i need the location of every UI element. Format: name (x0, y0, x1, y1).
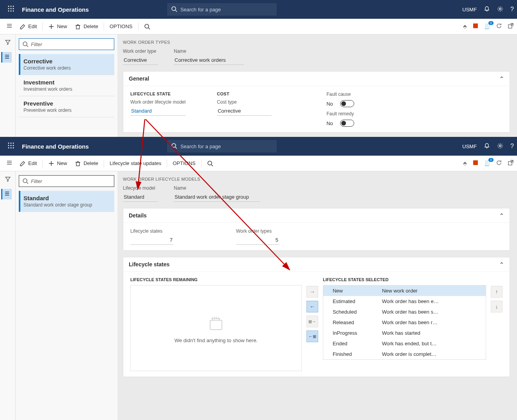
edit-button[interactable]: Edit (16, 157, 41, 170)
cost-type-value[interactable]: Corrective (217, 106, 272, 116)
state-name: InProgress (327, 330, 382, 336)
remaining-empty-panel: We didn't find anything to show here. (130, 285, 302, 371)
move-all-left-button[interactable]: ←⊞ (306, 330, 318, 342)
table-row[interactable]: ReleasedWork order has been r… (323, 317, 486, 328)
hamburger-icon[interactable] (3, 160, 16, 167)
refresh-icon[interactable] (496, 160, 502, 167)
chevron-up-icon: ⌃ (499, 261, 504, 267)
global-search-input[interactable] (180, 7, 273, 13)
svg-point-30 (8, 142, 9, 144)
fault-remedy-toggle[interactable] (340, 120, 354, 127)
table-row[interactable]: NewNew work order (323, 285, 486, 296)
waffle-icon[interactable] (3, 142, 19, 151)
state-desc: Work order has been s… (382, 309, 482, 315)
svg-point-32 (13, 142, 14, 144)
details-title: Details (129, 212, 147, 219)
fault-cause-toggle[interactable] (340, 100, 354, 107)
move-right-button[interactable]: → (306, 286, 318, 298)
list-icon[interactable] (1, 52, 12, 63)
work-order-type-value[interactable]: Corrective (123, 56, 158, 65)
name-value[interactable]: Corrective work orders (174, 56, 244, 65)
funnel-icon[interactable] (5, 39, 11, 47)
refresh-icon[interactable] (496, 23, 502, 30)
svg-rect-47 (76, 162, 79, 166)
page-search-button[interactable] (203, 157, 217, 170)
table-row[interactable]: EstimatedWork order has been e… (323, 296, 486, 307)
lifecycle-states-count-label: Lifecycle states (130, 228, 173, 234)
fault-cause-label: Fault cause (326, 92, 354, 97)
attach-icon[interactable]: ⬘ (463, 160, 467, 166)
messages-icon[interactable]: 🧾 (484, 23, 490, 29)
global-search-input[interactable] (180, 144, 273, 149)
page-search-button[interactable] (140, 20, 154, 33)
updates-label: Lifecycle state updates (110, 160, 161, 166)
svg-point-7 (11, 10, 12, 11)
svg-point-33 (8, 145, 9, 146)
move-down-button[interactable]: ↓ (491, 301, 503, 312)
messages-icon[interactable]: 🧾 (484, 160, 490, 166)
svg-point-1 (11, 5, 12, 7)
bell-icon[interactable] (484, 143, 490, 150)
delete-button[interactable]: Delete (71, 20, 102, 33)
help-icon[interactable]: ? (510, 6, 514, 13)
office-icon[interactable] (472, 160, 479, 167)
popout-icon[interactable] (508, 160, 514, 167)
svg-line-40 (175, 147, 177, 149)
chevron-up-icon: ⌃ (499, 212, 504, 219)
options-button[interactable]: OPTIONS (106, 20, 137, 33)
delete-button[interactable]: Delete (71, 157, 102, 170)
table-row[interactable]: ScheduledWork order has been s… (323, 307, 486, 317)
svg-point-34 (11, 145, 12, 146)
list-item-title: Standard (23, 195, 110, 201)
state-desc: Work has started (382, 330, 482, 336)
list-item[interactable]: PreventivePreventive work orders (19, 96, 114, 117)
list-item[interactable]: InvestmentInvestment work orders (19, 75, 114, 96)
filter-search-icon (22, 41, 29, 47)
edit-button[interactable]: Edit (16, 20, 41, 33)
lifecycle-model-label: Work order lifecycle model (130, 99, 186, 105)
options-button[interactable]: OPTIONS (169, 157, 200, 170)
legal-entity[interactable]: USMF (462, 7, 477, 13)
svg-point-28 (23, 42, 27, 46)
lifecycle-states-header[interactable]: Lifecycle states⌃ (123, 257, 510, 272)
move-all-right-button[interactable]: ⊞→ (306, 316, 318, 327)
new-button[interactable]: New (44, 157, 71, 170)
gear-icon[interactable] (497, 143, 503, 150)
list-icon[interactable] (1, 189, 12, 199)
work-order-types-count-label: Work order types (236, 228, 279, 234)
attach-icon[interactable]: ⬘ (463, 23, 467, 29)
svg-point-39 (172, 144, 176, 147)
list-item[interactable]: StandardStandard work order stage group (19, 191, 114, 212)
name-value[interactable]: Standard work order stage group (174, 192, 260, 202)
new-button[interactable]: New (44, 20, 71, 33)
help-icon[interactable]: ? (510, 143, 514, 150)
list-item-subtitle: Standard work order stage group (23, 202, 110, 208)
filter-input[interactable] (31, 178, 111, 184)
filter-input[interactable] (31, 41, 111, 47)
general-header[interactable]: General⌃ (123, 72, 510, 86)
gear-icon[interactable] (497, 6, 503, 13)
table-row[interactable]: EndedWork has ended, but t… (323, 338, 486, 349)
table-row[interactable]: InProgressWork has started (323, 328, 486, 338)
funnel-icon[interactable] (5, 176, 11, 183)
move-up-button[interactable]: ↑ (491, 286, 503, 298)
table-row[interactable]: FinishedWork order is complet… (323, 349, 486, 359)
state-desc: Work order is complet… (382, 351, 482, 357)
selected-title: LIFECYCLE STATES SELECTED (323, 277, 486, 282)
svg-point-41 (499, 145, 501, 147)
office-icon[interactable] (472, 23, 479, 30)
list-item[interactable]: CorrectiveCorrective work orders (19, 54, 114, 75)
bell-icon[interactable] (484, 6, 490, 13)
hamburger-icon[interactable] (3, 23, 16, 30)
details-header[interactable]: Details⌃ (123, 208, 510, 223)
svg-point-3 (8, 8, 9, 9)
legal-entity[interactable]: USMF (462, 144, 477, 149)
waffle-icon[interactable] (3, 5, 19, 14)
lifecycle-updates-button[interactable]: Lifecycle state updates (106, 157, 165, 170)
state-desc: Work has ended, but t… (382, 341, 482, 346)
popout-icon[interactable] (508, 23, 514, 30)
move-left-button[interactable]: ← (306, 301, 318, 312)
svg-point-9 (172, 7, 176, 11)
lifecycle-model-value[interactable]: Standard (130, 106, 186, 116)
model-value[interactable]: Standard (123, 192, 158, 202)
